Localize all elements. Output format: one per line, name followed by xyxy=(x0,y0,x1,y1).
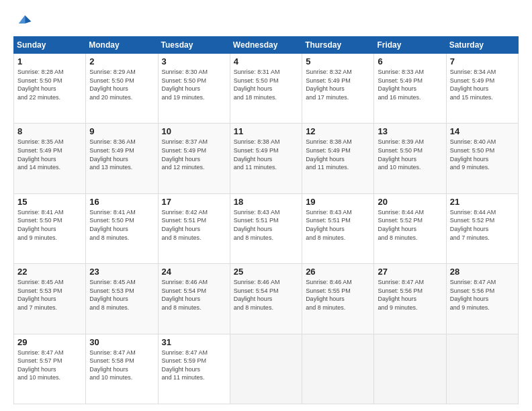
calendar-cell: 19 Sunrise: 8:43 AM Sunset: 5:51 PM Dayl… xyxy=(302,193,374,263)
day-info: Sunrise: 8:31 AM Sunset: 5:50 PM Dayligh… xyxy=(234,68,298,101)
calendar-cell: 9 Sunrise: 8:36 AM Sunset: 5:49 PM Dayli… xyxy=(86,124,158,193)
day-number: 28 xyxy=(450,267,515,277)
day-number: 13 xyxy=(378,126,442,136)
calendar-cell xyxy=(374,334,446,404)
day-number: 8 xyxy=(17,126,82,136)
calendar-cell: 24 Sunrise: 8:46 AM Sunset: 5:54 PM Dayl… xyxy=(158,264,230,334)
logo xyxy=(13,12,35,31)
day-number: 6 xyxy=(378,56,442,66)
weekday-header-friday: Friday xyxy=(374,37,446,54)
day-info: Sunrise: 8:38 AM Sunset: 5:49 PM Dayligh… xyxy=(234,138,298,171)
calendar-cell: 10 Sunrise: 8:37 AM Sunset: 5:49 PM Dayl… xyxy=(158,124,230,193)
calendar-cell: 31 Sunrise: 8:47 AM Sunset: 5:59 PM Dayl… xyxy=(158,334,230,404)
weekday-header-thursday: Thursday xyxy=(302,37,374,54)
day-number: 2 xyxy=(89,56,154,66)
day-info: Sunrise: 8:41 AM Sunset: 5:50 PM Dayligh… xyxy=(89,208,154,242)
day-number: 18 xyxy=(234,197,298,207)
day-number: 11 xyxy=(234,126,298,136)
calendar-cell: 18 Sunrise: 8:43 AM Sunset: 5:51 PM Dayl… xyxy=(230,193,302,263)
calendar-cell: 20 Sunrise: 8:44 AM Sunset: 5:52 PM Dayl… xyxy=(374,193,446,263)
day-info: Sunrise: 8:30 AM Sunset: 5:50 PM Dayligh… xyxy=(162,68,226,101)
day-info: Sunrise: 8:45 AM Sunset: 5:53 PM Dayligh… xyxy=(89,278,154,312)
weekday-header-tuesday: Tuesday xyxy=(158,37,230,54)
day-info: Sunrise: 8:46 AM Sunset: 5:54 PM Dayligh… xyxy=(162,278,226,312)
day-number: 12 xyxy=(306,126,370,136)
day-info: Sunrise: 8:33 AM Sunset: 5:49 PM Dayligh… xyxy=(378,68,442,101)
calendar-cell: 28 Sunrise: 8:47 AM Sunset: 5:56 PM Dayl… xyxy=(446,264,518,334)
day-number: 16 xyxy=(89,197,154,207)
day-info: Sunrise: 8:46 AM Sunset: 5:55 PM Dayligh… xyxy=(306,278,370,312)
day-number: 1 xyxy=(17,56,82,66)
day-number: 14 xyxy=(450,126,515,136)
calendar-cell: 2 Sunrise: 8:29 AM Sunset: 5:50 PM Dayli… xyxy=(86,54,158,124)
calendar-cell: 16 Sunrise: 8:41 AM Sunset: 5:50 PM Dayl… xyxy=(86,193,158,263)
calendar-cell: 22 Sunrise: 8:45 AM Sunset: 5:53 PM Dayl… xyxy=(14,264,86,334)
calendar-cell: 17 Sunrise: 8:42 AM Sunset: 5:51 PM Dayl… xyxy=(158,193,230,263)
calendar-cell: 7 Sunrise: 8:34 AM Sunset: 5:49 PM Dayli… xyxy=(446,54,518,124)
week-row-1: 8 Sunrise: 8:35 AM Sunset: 5:49 PM Dayli… xyxy=(14,124,519,193)
day-info: Sunrise: 8:28 AM Sunset: 5:50 PM Dayligh… xyxy=(17,68,82,101)
day-info: Sunrise: 8:45 AM Sunset: 5:53 PM Dayligh… xyxy=(17,278,82,312)
day-info: Sunrise: 8:39 AM Sunset: 5:50 PM Dayligh… xyxy=(378,138,442,171)
day-info: Sunrise: 8:46 AM Sunset: 5:54 PM Dayligh… xyxy=(234,278,298,312)
day-info: Sunrise: 8:29 AM Sunset: 5:50 PM Dayligh… xyxy=(89,68,154,101)
day-info: Sunrise: 8:37 AM Sunset: 5:49 PM Dayligh… xyxy=(162,138,226,171)
day-number: 15 xyxy=(17,197,82,207)
weekday-header-wednesday: Wednesday xyxy=(230,37,302,54)
day-info: Sunrise: 8:38 AM Sunset: 5:49 PM Dayligh… xyxy=(306,138,370,171)
calendar-cell: 6 Sunrise: 8:33 AM Sunset: 5:49 PM Dayli… xyxy=(374,54,446,124)
day-info: Sunrise: 8:40 AM Sunset: 5:50 PM Dayligh… xyxy=(450,138,515,171)
calendar-cell: 1 Sunrise: 8:28 AM Sunset: 5:50 PM Dayli… xyxy=(14,54,86,124)
day-number: 5 xyxy=(306,56,370,66)
day-number: 24 xyxy=(162,267,226,277)
calendar-cell: 14 Sunrise: 8:40 AM Sunset: 5:50 PM Dayl… xyxy=(446,124,518,193)
day-number: 31 xyxy=(162,337,226,347)
day-info: Sunrise: 8:44 AM Sunset: 5:52 PM Dayligh… xyxy=(450,208,515,242)
day-number: 19 xyxy=(306,197,370,207)
week-row-2: 15 Sunrise: 8:41 AM Sunset: 5:50 PM Dayl… xyxy=(14,193,519,263)
day-info: Sunrise: 8:47 AM Sunset: 5:56 PM Dayligh… xyxy=(378,278,442,312)
day-info: Sunrise: 8:35 AM Sunset: 5:49 PM Dayligh… xyxy=(17,138,82,171)
calendar-cell: 21 Sunrise: 8:44 AM Sunset: 5:52 PM Dayl… xyxy=(446,193,518,263)
calendar-cell: 11 Sunrise: 8:38 AM Sunset: 5:49 PM Dayl… xyxy=(230,124,302,193)
week-row-4: 29 Sunrise: 8:47 AM Sunset: 5:57 PM Dayl… xyxy=(14,334,519,404)
day-info: Sunrise: 8:47 AM Sunset: 5:58 PM Dayligh… xyxy=(89,349,154,382)
calendar-cell: 30 Sunrise: 8:47 AM Sunset: 5:58 PM Dayl… xyxy=(86,334,158,404)
day-info: Sunrise: 8:34 AM Sunset: 5:49 PM Dayligh… xyxy=(450,68,515,101)
day-info: Sunrise: 8:44 AM Sunset: 5:52 PM Dayligh… xyxy=(378,208,442,242)
calendar-cell: 15 Sunrise: 8:41 AM Sunset: 5:50 PM Dayl… xyxy=(14,193,86,263)
calendar-cell xyxy=(230,334,302,404)
weekday-header-monday: Monday xyxy=(86,37,158,54)
day-number: 23 xyxy=(89,267,154,277)
day-number: 17 xyxy=(162,197,226,207)
header xyxy=(13,12,519,31)
logo-icon xyxy=(13,12,32,31)
calendar-cell: 25 Sunrise: 8:46 AM Sunset: 5:54 PM Dayl… xyxy=(230,264,302,334)
day-info: Sunrise: 8:32 AM Sunset: 5:49 PM Dayligh… xyxy=(306,68,370,101)
calendar-cell: 27 Sunrise: 8:47 AM Sunset: 5:56 PM Dayl… xyxy=(374,264,446,334)
calendar-cell: 26 Sunrise: 8:46 AM Sunset: 5:55 PM Dayl… xyxy=(302,264,374,334)
day-info: Sunrise: 8:43 AM Sunset: 5:51 PM Dayligh… xyxy=(234,208,298,242)
calendar-cell: 8 Sunrise: 8:35 AM Sunset: 5:49 PM Dayli… xyxy=(14,124,86,193)
day-info: Sunrise: 8:47 AM Sunset: 5:59 PM Dayligh… xyxy=(162,349,226,382)
svg-marker-1 xyxy=(19,15,25,24)
day-number: 22 xyxy=(17,267,82,277)
day-info: Sunrise: 8:43 AM Sunset: 5:51 PM Dayligh… xyxy=(306,208,370,242)
day-number: 20 xyxy=(378,197,442,207)
day-number: 3 xyxy=(162,56,226,66)
weekday-header-row: SundayMondayTuesdayWednesdayThursdayFrid… xyxy=(14,37,519,54)
weekday-header-sunday: Sunday xyxy=(14,37,86,54)
day-info: Sunrise: 8:41 AM Sunset: 5:50 PM Dayligh… xyxy=(17,208,82,242)
day-info: Sunrise: 8:42 AM Sunset: 5:51 PM Dayligh… xyxy=(162,208,226,242)
page: SundayMondayTuesdayWednesdayThursdayFrid… xyxy=(0,0,532,411)
day-number: 10 xyxy=(162,126,226,136)
day-number: 25 xyxy=(234,267,298,277)
calendar-cell: 12 Sunrise: 8:38 AM Sunset: 5:49 PM Dayl… xyxy=(302,124,374,193)
calendar-cell: 5 Sunrise: 8:32 AM Sunset: 5:49 PM Dayli… xyxy=(302,54,374,124)
day-number: 27 xyxy=(378,267,442,277)
day-number: 26 xyxy=(306,267,370,277)
day-number: 7 xyxy=(450,56,515,66)
day-number: 9 xyxy=(89,126,154,136)
calendar-cell xyxy=(446,334,518,404)
day-number: 30 xyxy=(89,337,154,347)
